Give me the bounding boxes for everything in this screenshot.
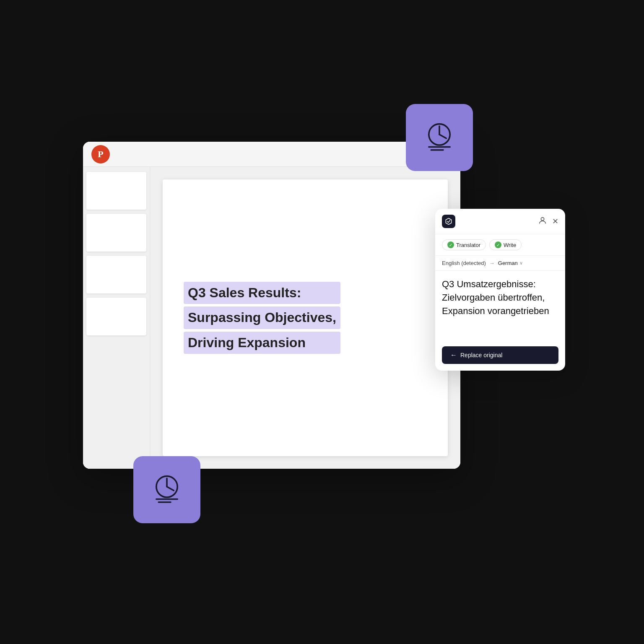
target-language-selector[interactable]: German ∨ (498, 260, 523, 266)
ppt-sidebar (83, 167, 150, 469)
svg-point-5 (541, 217, 544, 220)
user-icon[interactable] (538, 216, 547, 227)
icon-bubble-bottom (133, 456, 200, 523)
slide-title-text-2: Surpassing Objectives, (188, 310, 336, 325)
write-badge-label: Write (504, 242, 516, 248)
replace-arrow-icon: ← (450, 351, 457, 359)
slide-thumbnail-4[interactable] (86, 298, 146, 335)
translator-check-icon: ✓ (447, 242, 454, 248)
icon-bubble-top (406, 104, 473, 171)
main-scene: P Q3 Sales Results: Surpassing Objective… (70, 91, 574, 553)
translator-badge-label: Translator (456, 242, 480, 248)
ppt-main: Q3 Sales Results: Surpassing Objectives,… (150, 167, 460, 469)
chart-icon-top (421, 119, 458, 156)
translated-text-output: Q3 Umsatzergebnisse: Zielvorgaben übertr… (435, 271, 565, 346)
slide-thumbnail-1[interactable] (86, 172, 146, 210)
panel-logo (442, 215, 455, 228)
panel-badges: ✓ Translator ✓ Write (435, 234, 565, 256)
deepl-logo-icon (444, 217, 453, 226)
target-language-label: German (498, 260, 518, 266)
slide-thumbnail-2[interactable] (86, 214, 146, 252)
panel-header-actions: ✕ (538, 216, 558, 227)
slide-title-block: Q3 Sales Results: Surpassing Objectives,… (184, 282, 340, 354)
slide-title-line-3: Driving Expansion (184, 332, 340, 354)
slide-title-text-3: Driving Expansion (188, 335, 306, 350)
ppt-body: Q3 Sales Results: Surpassing Objectives,… (83, 167, 460, 469)
translation-panel: ✕ ✓ Translator ✓ Write English (detected… (435, 209, 565, 371)
ppt-titlebar: P (83, 142, 460, 167)
panel-header: ✕ (435, 209, 565, 234)
chevron-down-icon: ∨ (519, 260, 523, 266)
svg-line-2 (439, 135, 446, 138)
slide-thumbnail-3[interactable] (86, 256, 146, 293)
svg-line-8 (167, 487, 174, 491)
slide-title-line-1: Q3 Sales Results: (184, 282, 340, 304)
chart-icon-bottom (148, 471, 186, 509)
language-selector-row: English (detected) → German ∨ (435, 256, 565, 271)
powerpoint-icon: P (91, 145, 110, 164)
write-badge[interactable]: ✓ Write (489, 239, 522, 250)
replace-original-button[interactable]: ← Replace original (442, 346, 558, 364)
translator-badge[interactable]: ✓ Translator (442, 239, 486, 250)
slide-title-line-2: Surpassing Objectives, (184, 306, 340, 329)
slide-title-text-1: Q3 Sales Results: (188, 285, 301, 300)
close-button[interactable]: ✕ (552, 217, 558, 226)
source-language-label: English (detected) (442, 260, 486, 266)
powerpoint-window: P Q3 Sales Results: Surpassing Objective… (83, 142, 460, 469)
lang-arrow-icon: → (489, 260, 495, 266)
write-check-icon: ✓ (495, 242, 501, 248)
slide-canvas: Q3 Sales Results: Surpassing Objectives,… (163, 179, 448, 456)
replace-button-label: Replace original (460, 352, 502, 358)
